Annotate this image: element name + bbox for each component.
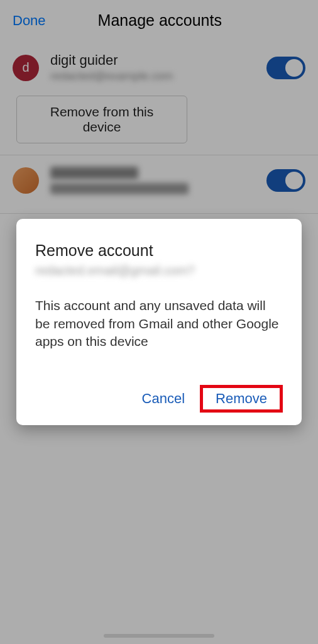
dialog-title: Remove account — [35, 242, 283, 260]
dialog-body-text: This account and any unsaved data will b… — [35, 297, 283, 350]
remove-account-dialog: Remove account redacted.email@gmail.com?… — [16, 219, 302, 425]
cancel-button[interactable]: Cancel — [136, 387, 191, 411]
modal-overlay[interactable]: Remove account redacted.email@gmail.com?… — [0, 0, 318, 644]
highlight-annotation: Remove — [200, 385, 283, 413]
dialog-actions: Cancel Remove — [35, 385, 283, 413]
remove-confirm-button[interactable]: Remove — [208, 387, 275, 410]
dialog-subtitle: redacted.email@gmail.com? — [35, 264, 283, 278]
